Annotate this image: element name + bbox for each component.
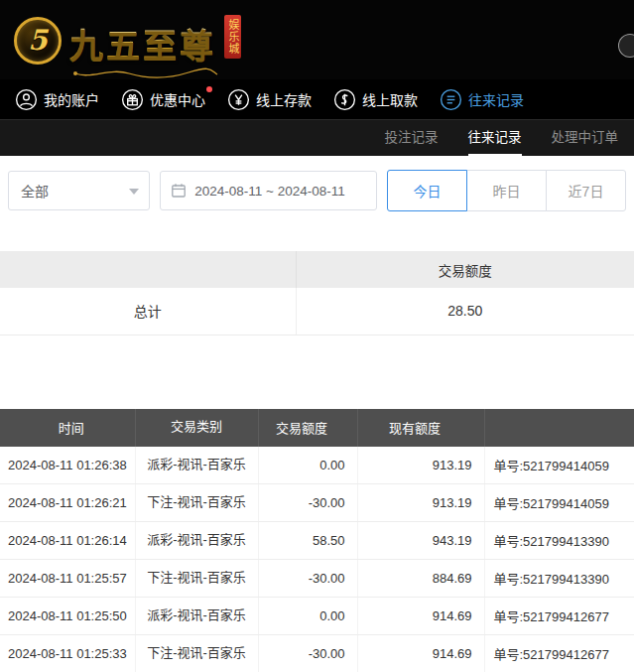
cell-type: 派彩-视讯-百家乐: [135, 598, 258, 635]
nav-item-transaction-records[interactable]: 往来记录: [429, 79, 535, 119]
cell-amount: -30.00: [258, 635, 357, 672]
cell-order: 单号:521799414059: [484, 484, 634, 522]
cell-type: 下注-视讯-百家乐: [135, 484, 258, 522]
table-row: 2024-08-11 01:26:21 下注-视讯-百家乐 -30.00 913…: [0, 484, 634, 522]
withdraw-coin-icon: [333, 88, 356, 111]
header-balance: 现有额度: [357, 409, 484, 447]
header-order: [484, 409, 634, 447]
user-icon: [15, 88, 38, 111]
table-row: 2024-08-11 01:25:50 派彩-视讯-百家乐 0.00 914.6…: [0, 598, 634, 635]
top-header: 5 九五至尊 娱乐城: [0, 0, 634, 79]
cell-time: 2024-08-11 01:25:33: [0, 635, 135, 672]
cell-time: 2024-08-11 01:25:50: [0, 598, 135, 635]
logo-coin-glyph: 5: [28, 24, 47, 57]
cell-balance: 943.19: [357, 522, 484, 560]
summary-total-label: 总计: [0, 288, 296, 335]
cell-balance: 884.69: [357, 560, 484, 598]
nav-item-withdraw[interactable]: 线上取款: [322, 79, 429, 119]
cell-amount: 0.00: [258, 598, 357, 635]
cell-time: 2024-08-11 01:25:57: [0, 560, 135, 598]
today-button[interactable]: 今日: [387, 170, 467, 211]
date-range-value: 2024-08-11 ~ 2024-08-11: [194, 184, 345, 199]
records-table: 时间 交易类别 交易额度 现有额度 2024-08-11 01:26:38 派彩…: [0, 409, 634, 672]
brand-name-wrap: 九五至尊: [69, 13, 216, 67]
table-row: 2024-08-11 01:25:33 下注-视讯-百家乐 -30.00 914…: [0, 635, 634, 672]
gift-icon: [121, 88, 144, 111]
table-row: 2024-08-11 01:26:14 派彩-视讯-百家乐 58.50 943.…: [0, 522, 634, 560]
summary-total-value: 28.50: [296, 288, 634, 335]
summary-table: 交易额度 总计 28.50: [0, 251, 634, 336]
cell-type: 下注-视讯-百家乐: [135, 560, 258, 598]
cell-time: 2024-08-11 01:26:14: [0, 522, 135, 560]
date-range-input[interactable]: 2024-08-11 ~ 2024-08-11: [160, 171, 377, 210]
gold-flourish-icon: [71, 67, 220, 79]
cell-time: 2024-08-11 01:26:38: [0, 447, 135, 484]
nav-item-deposit[interactable]: 线上存款: [216, 79, 322, 119]
summary-total-row: 总计 28.50: [0, 288, 634, 335]
brand-logo[interactable]: 5 九五至尊 娱乐城: [14, 13, 241, 67]
nav-item-my-account[interactable]: 我的账户: [4, 79, 110, 119]
cell-amount: -30.00: [258, 484, 357, 522]
cell-type: 派彩-视讯-百家乐: [135, 447, 258, 484]
notification-dot: [206, 86, 212, 92]
tab-transaction-records[interactable]: 往来记录: [468, 120, 522, 156]
nav-item-promotions[interactable]: 优惠中心: [110, 79, 216, 119]
record-tabs: 投注记录 往来记录 处理中订单: [0, 119, 634, 156]
main-nav: 我的账户 优惠中心 线上存款 线上取款: [0, 79, 634, 119]
cell-amount: 58.50: [258, 522, 357, 560]
cell-amount: -30.00: [258, 560, 357, 598]
summary-header-row: 交易额度: [0, 251, 634, 288]
tab-processing-orders[interactable]: 处理中订单: [552, 120, 619, 156]
cell-order: 单号:521799414059: [484, 447, 634, 484]
brand-badge: 娱乐城: [224, 15, 241, 59]
category-select-value: 全部: [21, 181, 49, 201]
cell-type: 派彩-视讯-百家乐: [135, 522, 258, 560]
cell-balance: 914.69: [357, 598, 484, 635]
account-records-page: 5 九五至尊 娱乐城 我的账户: [0, 0, 634, 672]
deposit-coin-icon: [227, 88, 250, 111]
cell-balance: 914.69: [357, 635, 484, 672]
logo-coin-icon: 5: [14, 17, 62, 65]
header-amount: 交易额度: [258, 409, 357, 447]
table-row: 2024-08-11 01:26:38 派彩-视讯-百家乐 0.00 913.1…: [0, 447, 634, 484]
header-time: 时间: [0, 409, 135, 447]
tab-betting-records[interactable]: 投注记录: [385, 120, 439, 156]
table-row: 2024-08-11 01:25:57 下注-视讯-百家乐 -30.00 884…: [0, 560, 634, 598]
last-7-days-button[interactable]: 近7日: [546, 170, 626, 211]
brand-name: 九五至尊: [69, 26, 216, 66]
cell-order: 单号:521799413390: [484, 522, 634, 560]
records-header-row: 时间 交易类别 交易额度 现有额度: [0, 409, 634, 447]
summary-header-empty: [0, 251, 296, 288]
nav-label: 我的账户: [44, 89, 99, 109]
cell-order: 单号:521799413390: [484, 560, 634, 598]
header-type: 交易类别: [135, 409, 258, 447]
cell-balance: 913.19: [357, 484, 484, 522]
quick-range-group: 今日 昨日 近7日: [387, 170, 626, 211]
yesterday-button[interactable]: 昨日: [466, 170, 547, 211]
nav-label: 往来记录: [468, 89, 524, 109]
nav-label: 线上取款: [362, 89, 418, 109]
cell-amount: 0.00: [258, 447, 357, 484]
nav-label: 线上存款: [256, 89, 312, 109]
summary-header-amount: 交易额度: [296, 251, 634, 288]
nav-label: 优惠中心: [150, 89, 205, 109]
cell-balance: 913.19: [357, 447, 484, 484]
chevron-down-icon: [129, 189, 139, 195]
transaction-records-icon: [440, 88, 462, 111]
cell-time: 2024-08-11 01:26:21: [0, 484, 135, 522]
cell-order: 单号:521799412677: [484, 598, 634, 635]
calendar-icon: [171, 183, 187, 199]
category-select[interactable]: 全部: [8, 171, 150, 210]
floating-widget-button[interactable]: [618, 34, 634, 58]
cell-order: 单号:521799412677: [484, 635, 634, 672]
cell-type: 下注-视讯-百家乐: [135, 635, 258, 672]
filter-bar: 全部 2024-08-11 ~ 2024-08-11 今日 昨日 近7日: [0, 156, 634, 225]
